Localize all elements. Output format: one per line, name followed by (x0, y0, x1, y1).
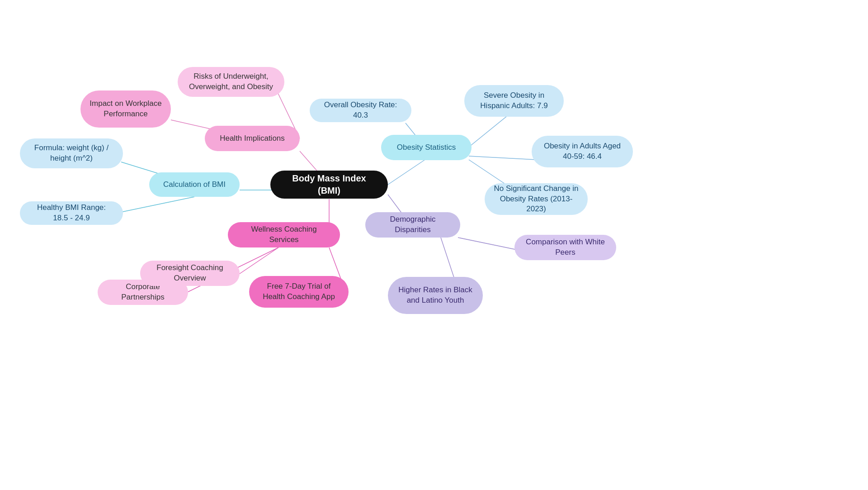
center-node[interactable]: Body Mass Index (BMI) (270, 171, 388, 199)
severe-obesity-label: Severe Obesity in Hispanic Adults: 7.9 (473, 90, 555, 111)
impact-workplace-node[interactable]: Impact on Workplace Performance (80, 90, 171, 128)
foresight-node[interactable]: Foresight Coaching Overview (140, 261, 240, 286)
obesity-stats-node[interactable]: Obesity Statistics (381, 135, 472, 160)
svg-line-12 (469, 112, 512, 147)
svg-line-5 (116, 197, 194, 213)
foresight-label: Foresight Coaching Overview (149, 263, 231, 284)
healthy-bmi-node[interactable]: Healthy BMI Range: 18.5 - 24.9 (20, 201, 123, 225)
higher-rates-label: Higher Rates in Black and Latino Youth (397, 285, 474, 306)
health-implications-label: Health Implications (220, 133, 285, 144)
center-label: Body Mass Index (BMI) (288, 172, 370, 197)
free-trial-node[interactable]: Free 7-Day Trial of Health Coaching App (249, 276, 349, 308)
obesity-adults-node[interactable]: Obesity in Adults Aged 40-59: 46.4 (532, 136, 633, 167)
obesity-stats-label: Obesity Statistics (397, 143, 456, 153)
calculation-bmi-node[interactable]: Calculation of BMI (149, 172, 240, 197)
higher-rates-node[interactable]: Higher Rates in Black and Latino Youth (388, 277, 483, 314)
no-change-node[interactable]: No Significant Change in Obesity Rates (… (485, 183, 588, 215)
svg-line-10 (388, 160, 425, 185)
impact-workplace-label: Impact on Workplace Performance (90, 99, 162, 119)
overall-obesity-label: Overall Obesity Rate: 40.3 (319, 100, 402, 121)
demographic-node[interactable]: Demographic Disparities (365, 212, 460, 238)
wellness-coaching-node[interactable]: Wellness Coaching Services (228, 222, 340, 247)
healthy-bmi-label: Healthy BMI Range: 18.5 - 24.9 (29, 203, 114, 224)
risks-label: Risks of Underweight, Overweight, and Ob… (187, 71, 275, 92)
svg-line-8 (240, 247, 278, 274)
formula-label: Formula: weight (kg) / height (m^2) (29, 143, 114, 164)
formula-node[interactable]: Formula: weight (kg) / height (m^2) (20, 138, 123, 168)
comparison-node[interactable]: Comparison with White Peers (514, 235, 616, 260)
risks-node[interactable]: Risks of Underweight, Overweight, and Ob… (178, 67, 284, 97)
wellness-coaching-label: Wellness Coaching Services (237, 224, 331, 245)
overall-obesity-node[interactable]: Overall Obesity Rate: 40.3 (310, 99, 411, 122)
health-implications-node[interactable]: Health Implications (205, 126, 300, 151)
calculation-bmi-label: Calculation of BMI (163, 180, 226, 190)
no-change-label: No Significant Change in Obesity Rates (… (494, 184, 579, 215)
severe-obesity-node[interactable]: Severe Obesity in Hispanic Adults: 7.9 (464, 85, 564, 117)
demographic-label: Demographic Disparities (374, 214, 451, 235)
comparison-label: Comparison with White Peers (524, 237, 607, 258)
free-trial-label: Free 7-Day Trial of Health Coaching App (258, 281, 340, 302)
obesity-adults-label: Obesity in Adults Aged 40-59: 46.4 (541, 141, 624, 162)
